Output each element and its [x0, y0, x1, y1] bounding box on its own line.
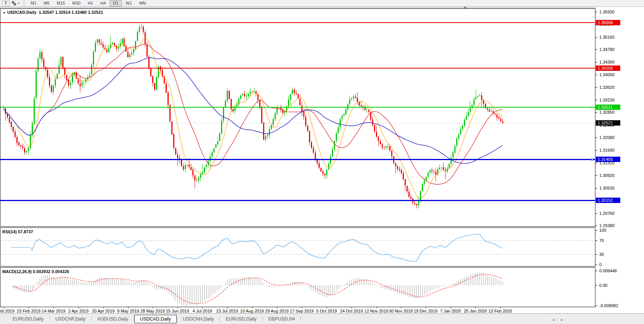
- date-axis-tick: [78, 307, 79, 308]
- date-axis-label: 25 Jan 2020: [464, 309, 487, 313]
- price-axis-label: 1.33620: [599, 85, 615, 90]
- chart-tab-gbpusd-h4[interactable]: GBPUSD,H4: [263, 315, 301, 323]
- timeframe-button-d1[interactable]: D1: [110, 0, 122, 7]
- price-axis-label: 1.34390: [599, 60, 615, 64]
- date-axis-tick: [376, 307, 377, 308]
- rsi-label: RSI(14) 57.8737: [2, 229, 33, 234]
- date-axis-tick: [426, 307, 426, 308]
- tab-separator: [301, 316, 301, 322]
- date-axis-label: 14 Mar 2019: [42, 309, 65, 313]
- price-axis-label: 0: [599, 262, 602, 267]
- price-axis-tick: [595, 230, 597, 231]
- macd-label: MACD(12,26,9) 0.002932 0.004326: [2, 269, 69, 274]
- pointer-mode-button[interactable]: ▼: [11, 0, 21, 6]
- tab-scroll-right-icon[interactable]: ►: [560, 318, 564, 322]
- price-axis-tick: [595, 306, 597, 306]
- date-axis-label: 2 Apr 2019: [68, 309, 88, 313]
- date-axis-tick: [153, 307, 153, 308]
- price-level-badge: 1.31405: [596, 157, 620, 162]
- price-axis-tick: [595, 285, 597, 286]
- date-axis-label: 13 Feb 2020: [488, 309, 512, 313]
- price-axis-tick: [595, 62, 597, 62]
- price-axis-label: 1.35930: [599, 10, 615, 14]
- price-axis-tick: [595, 175, 597, 176]
- price-axis-label: 1.29380: [599, 223, 615, 228]
- date-axis-tick: [252, 307, 252, 308]
- timeframe-button-h1[interactable]: H1: [84, 0, 96, 7]
- price-axis-label: 1.30530: [599, 186, 615, 190]
- chart-tab-audusd-daily[interactable]: AUDUSD,Daily: [91, 315, 134, 323]
- timeframe-buttons: M1M5M15M30H1H4D1W1MN: [27, 0, 150, 7]
- date-axis-label: 29 Aug 2019: [265, 309, 289, 313]
- price-level-badge: 1.32521: [596, 120, 620, 126]
- date-axis-label: 19 Dec 2019: [414, 309, 437, 313]
- date-axis-label: 12 Nov 2019: [364, 309, 388, 313]
- chart-tab-usdchf-daily[interactable]: USDCHF,Daily: [50, 315, 91, 323]
- sort-arrows-icon: [11, 1, 16, 6]
- date-axis-label: 28 May 2019: [140, 309, 165, 313]
- date-axis-tick: [202, 307, 203, 308]
- level-line-handle[interactable]: [591, 106, 593, 108]
- price-axis-label: 70: [599, 238, 604, 243]
- price-axis-label: 1.34780: [599, 47, 615, 52]
- date-axis-tick: [227, 307, 228, 308]
- price-axis-label: 1.35160: [599, 35, 615, 39]
- price-axis-tick: [595, 188, 597, 188]
- price-level-badge: 1.33011: [596, 105, 620, 110]
- date-axis-tick: [54, 307, 54, 308]
- price-axis-tick: [595, 37, 597, 38]
- chart-tab-usdcad-daily[interactable]: USDCAD,Daily: [134, 315, 177, 323]
- price-axis-tick: [595, 49, 597, 50]
- timeframe-button-m5[interactable]: M5: [40, 0, 53, 7]
- price-axis-tick: [595, 226, 597, 226]
- timeframe-button-w1[interactable]: W1: [122, 0, 136, 7]
- text-tool-button[interactable]: T: [2, 0, 10, 7]
- price-axis-label: 100: [599, 228, 606, 232]
- timeframe-button-m30[interactable]: M30: [69, 0, 84, 7]
- price-axis-label: 30: [599, 252, 604, 257]
- tab-scroll-left-icon[interactable]: ◄: [551, 318, 555, 322]
- price-axis-tick: [595, 265, 597, 265]
- date-axis-label: 4 Jul 2019: [193, 309, 212, 313]
- date-axis-label: 23 Feb 2019: [17, 309, 41, 313]
- price-axis-label: 1.32850: [599, 110, 615, 115]
- price-axis-tick: [595, 271, 597, 271]
- symbol-title: USDCAD,Daily: [7, 10, 36, 15]
- main-chart-canvas[interactable]: [0, 9, 595, 226]
- price-axis-tick: [595, 150, 597, 151]
- date-axis-label: 15 Jun 2019: [166, 309, 189, 313]
- timeframe-button-m15[interactable]: M15: [54, 0, 68, 7]
- price-level-badge: 1.34206: [596, 65, 620, 71]
- date-axis-label: 23 Jul 2019: [216, 309, 238, 313]
- ohlc-quote: 1.32547 1.32614 1.32480 1.32521: [39, 10, 103, 15]
- chart-tab-usdcnh-daily[interactable]: USDCNH,Daily: [177, 315, 220, 323]
- toolbar: T ▼ M1M5M15M30H1H4D1W1MN: [0, 0, 644, 7]
- price-axis-tick: [595, 137, 597, 138]
- price-axis-tick: [595, 12, 597, 12]
- timeframe-button-m1[interactable]: M1: [27, 0, 40, 7]
- rsi-canvas[interactable]: [0, 228, 595, 266]
- price-axis-label: 0.006448: [599, 268, 617, 273]
- date-axis-tick: [128, 307, 128, 308]
- chart-tab-eurusd-daily[interactable]: EURUSD,Daily: [220, 315, 262, 323]
- level-line-handle[interactable]: [591, 159, 593, 160]
- date-axis-tick: [29, 307, 29, 308]
- chart-tab-eurusd-daily[interactable]: EURUSD,Daily: [7, 315, 49, 323]
- date-axis-label: 17 Sep 2019: [290, 309, 314, 313]
- date-axis-tick: [4, 307, 4, 308]
- symbol-caret-icon: ▼: [3, 11, 6, 15]
- timeframe-button-mn[interactable]: MN: [136, 0, 149, 7]
- date-axis-tick: [401, 307, 401, 308]
- date-axis-label: 20 Apr 2019: [92, 309, 114, 313]
- chart-tab-bar: EURUSD,DailyUSDCHF,DailyAUDUSD,DailyUSDC…: [0, 313, 644, 324]
- price-axis-tick: [595, 213, 597, 214]
- date-axis-tick: [475, 307, 476, 308]
- timeframe-button-h4[interactable]: H4: [97, 0, 109, 7]
- price-axis-label: 1.29760: [599, 211, 615, 216]
- date-axis-tick: [450, 307, 451, 308]
- macd-canvas[interactable]: [0, 268, 595, 307]
- dropdown-caret-icon: ▼: [18, 2, 20, 5]
- price-axis-label: 1.30920: [599, 173, 615, 178]
- price-level-badge: 1.30152: [596, 198, 620, 203]
- date-axis-tick: [177, 307, 178, 308]
